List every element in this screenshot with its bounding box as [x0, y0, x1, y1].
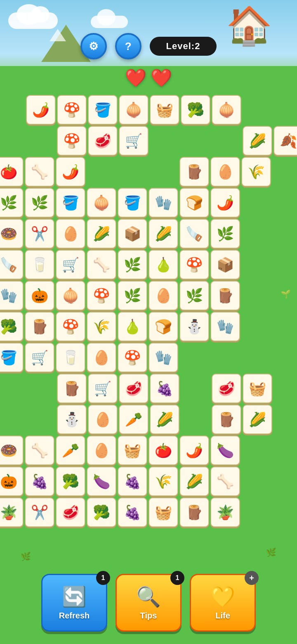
tile[interactable]: 🥛 [25, 250, 54, 279]
tile[interactable]: 🧅 [56, 281, 85, 310]
tile[interactable]: 🍄 [87, 281, 116, 310]
tile[interactable]: 📦 [210, 250, 240, 279]
tile[interactable]: 🌾 [241, 157, 271, 187]
tile[interactable]: 🥚 [87, 343, 116, 372]
tile[interactable]: 🌶️ [26, 95, 56, 125]
life-button[interactable]: + 💛 Life [190, 574, 256, 632]
tile[interactable]: 🌿 [118, 250, 147, 279]
tile[interactable]: 🥦 [87, 497, 116, 527]
tile[interactable]: 🍆 [87, 466, 116, 496]
tile[interactable]: 🛒 [88, 374, 118, 403]
tile[interactable]: 🍆 [210, 436, 240, 465]
tile[interactable]: 🧤 [0, 281, 24, 310]
tile[interactable]: 🌿 [118, 281, 147, 310]
tile[interactable]: 🍇 [25, 466, 54, 496]
refresh-button[interactable]: 1 🔄 Refresh [41, 574, 107, 632]
tile[interactable]: 📦 [118, 219, 147, 249]
tile[interactable]: 🪣 [88, 95, 118, 125]
tile[interactable]: 🍇 [118, 497, 147, 527]
tile[interactable]: 🪵 [212, 405, 241, 434]
tile[interactable]: 🍄 [118, 343, 147, 372]
tile[interactable]: ✂️ [25, 497, 54, 527]
tile[interactable]: 🪴 [210, 497, 240, 527]
tile[interactable]: 🪵 [210, 281, 240, 310]
tile[interactable]: 🥚 [148, 281, 178, 310]
tile[interactable]: 🥦 [181, 95, 210, 125]
tile[interactable]: 🌿 [0, 188, 24, 218]
help-button[interactable]: ? [115, 33, 141, 59]
tile[interactable]: 🥛 [56, 343, 85, 372]
tile[interactable]: 🧺 [118, 436, 147, 465]
tile[interactable]: ⛄ [179, 312, 209, 341]
tile[interactable]: 🦴 [25, 157, 54, 187]
tile[interactable]: 🥩 [119, 374, 148, 403]
tile[interactable]: 🍞 [148, 312, 178, 341]
tile[interactable]: 🪵 [57, 374, 87, 403]
tile[interactable]: 🪴 [0, 497, 24, 527]
tile[interactable]: 🌽 [148, 219, 178, 249]
tile[interactable]: 🍇 [150, 374, 179, 403]
tile[interactable]: 🌿 [25, 188, 54, 218]
settings-button[interactable]: ⚙ [80, 33, 107, 59]
tile[interactable]: 🪣 [118, 188, 147, 218]
tile[interactable]: 🥚 [210, 157, 240, 187]
tile[interactable]: 🧤 [148, 343, 178, 372]
tile[interactable]: 🌽 [150, 405, 179, 434]
tile[interactable]: 🍐 [118, 312, 147, 341]
tile[interactable]: 🪣 [0, 343, 24, 372]
tile[interactable]: 🛒 [119, 126, 148, 156]
tile[interactable]: 🥩 [212, 374, 241, 403]
tile[interactable]: 🍞 [179, 188, 209, 218]
tile[interactable]: 🌶️ [56, 157, 85, 187]
tile[interactable]: 🥚 [87, 436, 116, 465]
tile[interactable]: 🪵 [25, 312, 54, 341]
tile[interactable]: 🌾 [87, 312, 116, 341]
tile[interactable]: 🍅 [148, 436, 178, 465]
tile[interactable]: 🪵 [179, 497, 209, 527]
tile[interactable]: 🌽 [243, 126, 272, 156]
tile[interactable]: 🧅 [212, 95, 241, 125]
tile[interactable]: 🌶️ [179, 436, 209, 465]
tile[interactable]: 🌽 [179, 466, 209, 496]
tile[interactable]: ⛄ [57, 405, 87, 434]
tile[interactable]: 🍅 [0, 157, 24, 187]
tile[interactable]: 🛒 [56, 250, 85, 279]
tile[interactable]: 🌿 [210, 219, 240, 249]
tile[interactable]: 🥦 [56, 466, 85, 496]
tile[interactable]: 🍩 [0, 436, 24, 465]
tile[interactable]: 🧺 [150, 95, 179, 125]
tile[interactable]: 🪣 [56, 188, 85, 218]
tips-button[interactable]: 1 🔍 Tips [116, 574, 182, 632]
tile[interactable]: 🛒 [25, 343, 54, 372]
tile[interactable]: 🌶️ [210, 188, 240, 218]
tile[interactable]: 🪚 [0, 250, 24, 279]
tile[interactable]: 🍄 [56, 312, 85, 341]
tile[interactable]: 🧺 [243, 374, 272, 403]
tile[interactable]: 🥚 [88, 405, 118, 434]
tile[interactable]: 🍄 [179, 250, 209, 279]
tile[interactable]: 🧤 [210, 312, 240, 341]
tile[interactable]: 🍄 [57, 95, 87, 125]
tile[interactable]: 🧅 [119, 95, 148, 125]
tile[interactable]: 🥦 [0, 312, 24, 341]
tile[interactable]: 🥩 [88, 126, 118, 156]
tile[interactable]: 🥚 [56, 219, 85, 249]
tile[interactable]: 🦴 [87, 250, 116, 279]
tile[interactable]: 🧤 [148, 188, 178, 218]
tile[interactable]: 🥩 [56, 497, 85, 527]
tile[interactable]: 🦴 [25, 436, 54, 465]
tile[interactable]: 🍄 [57, 126, 87, 156]
tile[interactable]: 🎃 [0, 466, 24, 496]
tile[interactable]: 🍂 [273, 126, 297, 156]
tile[interactable]: 🍩 [0, 219, 24, 249]
tile[interactable]: 🥕 [56, 436, 85, 465]
tile[interactable]: 🧅 [87, 188, 116, 218]
tile[interactable]: 🍐 [148, 250, 178, 279]
tile[interactable]: 🪚 [179, 219, 209, 249]
tile[interactable]: 🧺 [148, 497, 178, 527]
tile[interactable]: 🌾 [148, 466, 178, 496]
tile[interactable]: 🌽 [243, 405, 272, 434]
tile[interactable]: 🪵 [179, 157, 209, 187]
tile[interactable]: 🎃 [25, 281, 54, 310]
tile[interactable]: ✂️ [25, 219, 54, 249]
